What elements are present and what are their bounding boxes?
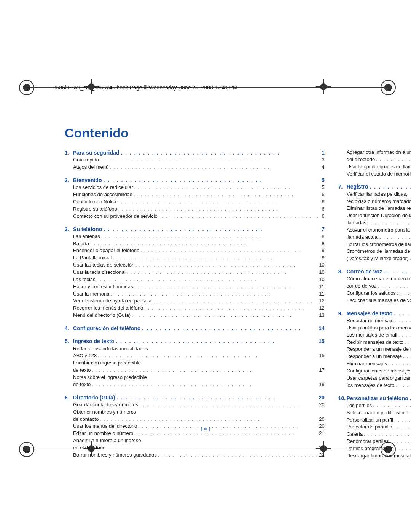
toc-entry[interactable]: Verificar el estado de memoria24 [338, 171, 411, 178]
toc-section-heading[interactable]: 9.Mensajes de texto30 [338, 310, 411, 317]
entry-page: 6 [322, 213, 324, 220]
leader-dots [394, 417, 411, 424]
toc-entry[interactable]: Usar la opción grupos de llamantes23 [338, 163, 411, 171]
section-page: 20 [319, 394, 325, 401]
toc-entry[interactable]: Contacto con su proveedor de servicio6 [65, 213, 325, 220]
entry-label: Configurar los saludos [347, 290, 396, 297]
toc-entry[interactable]: Responder a un mensaje33 [338, 353, 411, 360]
toc-entry[interactable]: Responder a un mensaje de texto33 [338, 346, 411, 353]
toc-entry[interactable]: Perfiles programados41 [338, 445, 411, 452]
entry-label: Guía rápida [73, 157, 99, 164]
toc-section-heading[interactable]: 6.Directorio (Guía)20 [65, 394, 325, 401]
toc-entry[interactable]: Los perfiles37 [338, 402, 411, 409]
entry-label: Los perfiles [347, 402, 372, 409]
toc-entry[interactable]: Funciones de accesibilidad5 [65, 191, 325, 198]
toc-entry[interactable]: Editar un nombre o número21 [65, 430, 325, 437]
section-title: Mensajes de texto [347, 310, 393, 317]
toc-entry[interactable]: Recorrer los menús del teléfono12 [65, 305, 325, 312]
toc-entry[interactable]: Guardar contactos y números20 [65, 401, 325, 409]
toc-entry[interactable]: Recibir mensajes de texto33 [338, 339, 411, 346]
entry-label: ABC y 123 [73, 352, 97, 359]
leader-dots [376, 156, 411, 163]
toc-section-heading[interactable]: 1.Para su seguridad1 [65, 149, 325, 157]
toc-entry[interactable]: en el directorio21 [65, 444, 325, 452]
toc-entry[interactable]: los mensajes de texto36 [338, 382, 411, 389]
toc-entry[interactable]: Escuchar sus mensajes de voz29 [338, 297, 411, 304]
toc-entry-continuation: Añadir un número a un ingreso [65, 437, 325, 444]
toc-entry[interactable]: Las antenas8 [65, 233, 325, 240]
toc-entry[interactable]: Hacer y contestar llamadas11 [65, 283, 325, 291]
toc-entry[interactable]: Galería39 [338, 431, 411, 438]
toc-entry[interactable]: Contacto con Nokia6 [65, 198, 325, 206]
toc-entry[interactable]: Usar las teclas de selección10 [65, 262, 325, 269]
leader-dots [90, 240, 321, 248]
toc-entry[interactable]: (Datos/fax y Miniexplorador)27 [338, 255, 411, 262]
entry-label: Perfiles programados [347, 445, 394, 452]
leader-dots [116, 394, 317, 401]
toc-entry[interactable]: Ver el sistema de ayuda en pantalla12 [65, 297, 325, 305]
toc-entry[interactable]: de contacto20 [65, 416, 325, 423]
toc-entry[interactable]: Menú del directorio (Guía)13 [65, 312, 325, 319]
toc-entry[interactable]: Personalizar un perfil37 [338, 417, 411, 424]
toc-entry[interactable]: Guía rápida3 [65, 157, 325, 164]
toc-entry[interactable]: Configurar los saludos29 [338, 290, 411, 297]
toc-section-heading[interactable]: 2.Bienvenido5 [65, 176, 325, 184]
toc-entry[interactable]: ABC y 12315 [65, 352, 325, 359]
toc-entry[interactable]: Eliminar mensajes34 [338, 360, 411, 367]
toc-entry[interactable]: Seleccionar un perfil distinto37 [338, 409, 411, 417]
toc-entry[interactable]: Encender o apagar el teléfono9 [65, 247, 325, 254]
leader-dots [100, 416, 318, 423]
toc-entry[interactable]: Los mensajes de email32 [338, 332, 411, 339]
entry-label: Eliminar listas de llamadas recientes [347, 205, 411, 212]
toc-entry[interactable]: Descargar timbrados musicales42 [338, 452, 411, 460]
section-title: Registro [347, 183, 368, 190]
leader-dots [159, 213, 321, 220]
toc-entry[interactable]: Configuraciones de mensajes35 [338, 367, 411, 375]
leader-dots [134, 430, 318, 437]
leader-dots [116, 337, 317, 345]
toc-entry[interactable]: Usar la tecla direccional10 [65, 269, 325, 276]
toc-entry[interactable]: Atajos del menú4 [65, 164, 325, 171]
toc-entry[interactable]: Los servicios de red celular5 [65, 184, 325, 191]
toc-entry[interactable]: Las teclas10 [65, 276, 325, 283]
section-page: 14 [319, 324, 325, 332]
toc-entry[interactable]: Renombrar perfiles40 [338, 438, 411, 445]
toc-entry[interactable]: Redactar un mensaje30 [338, 317, 411, 324]
toc-entry[interactable]: recibidas o números marcados25 [338, 198, 411, 205]
toc-entry[interactable]: del directorio23 [338, 156, 411, 163]
toc-section-heading[interactable]: 5.Ingreso de texto15 [65, 337, 325, 345]
leader-dots [409, 255, 411, 262]
toc-section-heading[interactable]: 4.Configuración del teléfono14 [65, 324, 325, 332]
toc-entry[interactable]: Usar los menús del directorio20 [65, 423, 325, 430]
toc-section-heading[interactable]: 3.Su teléfono7 [65, 225, 325, 233]
toc-entry[interactable]: La Pantalla inicial9 [65, 254, 325, 262]
toc-entry[interactable]: correo de voz29 [338, 283, 411, 290]
toc-entry[interactable]: llamadas26 [338, 219, 411, 227]
toc-entry[interactable]: Eliminar listas de llamadas recientes26 [338, 205, 411, 212]
toc-entry[interactable]: llamada actual27 [338, 234, 411, 241]
entry-label: Usar la tecla direccional [73, 269, 126, 276]
toc-entry[interactable]: Borrar los cronómetros de llamadas27 [338, 241, 411, 248]
toc-section-heading[interactable]: 8.Correo de voz29 [338, 268, 411, 275]
leader-dots [403, 353, 411, 360]
toc-entry-continuation: Verificar llamadas perdidas, [338, 191, 411, 198]
leader-dots [140, 247, 320, 254]
entry-page: 8 [322, 240, 324, 248]
leader-dots [395, 382, 411, 389]
toc-entry[interactable]: Protector de pantalla39 [338, 423, 411, 431]
toc-entry[interactable]: Registre su teléfono6 [65, 206, 325, 213]
toc-section-heading[interactable]: 7.Registro25 [338, 183, 411, 190]
leader-dots [380, 234, 411, 241]
entry-label: Usar la opción grupos de llamantes [347, 163, 411, 171]
entry-label: recibidas o números marcados [347, 198, 411, 205]
toc-entry[interactable]: de texto19 [65, 381, 325, 388]
toc-entry[interactable]: de texto17 [65, 367, 325, 374]
toc-entry[interactable]: Usar plantillas para los mensajes31 [338, 324, 411, 332]
entry-page: 11 [319, 283, 324, 291]
toc-entry[interactable]: Borrar nombres y números guardados22 [65, 452, 325, 459]
page-number: [ iii ] [201, 426, 210, 431]
toc-entry[interactable]: Usar la memoria11 [65, 291, 325, 298]
entry-label: Las teclas [73, 276, 96, 283]
toc-entry[interactable]: Batería8 [65, 240, 325, 248]
toc-section-heading[interactable]: 10.Personalizar su teléfono37 [338, 395, 411, 402]
